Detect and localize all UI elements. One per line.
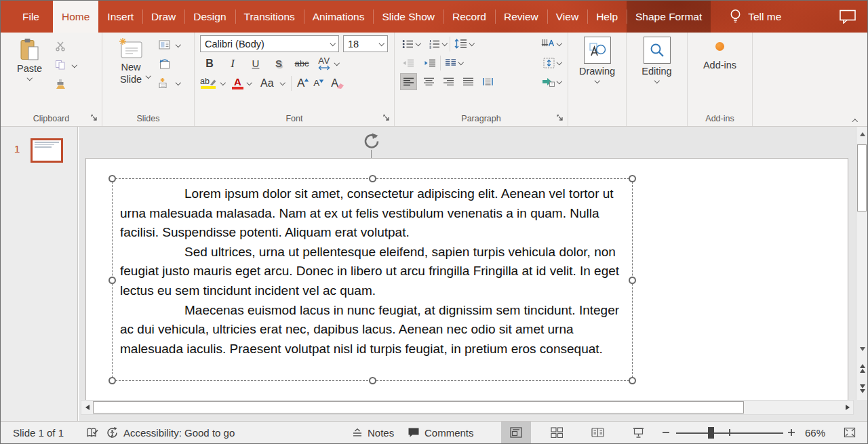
copy-dropdown-chevron[interactable] [72, 63, 77, 68]
scroll-right-button[interactable] [842, 401, 853, 414]
reset-slide-button[interactable] [155, 56, 173, 72]
paste-dropdown-chevron[interactable] [27, 76, 33, 81]
editing-button[interactable] [644, 37, 671, 64]
zoom-out-button[interactable] [662, 422, 670, 443]
tab-file[interactable]: File [9, 1, 53, 33]
line-spacing-button[interactable] [452, 35, 469, 52]
bold-button[interactable]: B [200, 55, 219, 72]
horizontal-scroll-thumb[interactable] [93, 401, 744, 413]
columns-chevron[interactable] [458, 60, 464, 65]
tell-me-button[interactable]: Tell me [730, 1, 781, 33]
zoom-slider-thumb[interactable] [708, 427, 714, 439]
character-spacing-chevron[interactable] [334, 61, 340, 66]
tab-record[interactable]: Record [443, 1, 495, 33]
font-size-chevron[interactable] [379, 41, 384, 46]
font-name-chevron[interactable] [330, 41, 336, 46]
copy-button[interactable] [52, 57, 69, 73]
vertical-scrollbar[interactable] [856, 127, 867, 400]
layout-dropdown-chevron[interactable] [176, 43, 181, 47]
font-name-input[interactable] [205, 39, 330, 49]
align-text-button[interactable] [541, 54, 557, 71]
slide-thumbnail[interactable] [31, 138, 63, 163]
font-color-chevron[interactable] [247, 81, 252, 85]
italic-button[interactable]: I [223, 55, 242, 72]
new-slide-dropdown-chevron[interactable] [146, 74, 151, 79]
scroll-down-button[interactable] [856, 342, 868, 357]
slide-show-button[interactable] [623, 422, 653, 443]
distribute-text-button[interactable] [480, 73, 496, 90]
rotate-handle-icon[interactable] [363, 132, 380, 150]
clear-formatting-button[interactable]: A [331, 78, 338, 89]
scroll-left-button[interactable] [81, 401, 93, 414]
scroll-up-button[interactable] [856, 127, 868, 142]
highlight-chevron[interactable] [220, 81, 226, 85]
character-spacing-button[interactable]: AV [318, 56, 330, 70]
font-dialog-launcher[interactable] [382, 114, 391, 122]
increase-font-size-button[interactable]: A [297, 77, 304, 89]
increase-indent-button[interactable] [422, 54, 438, 71]
next-slide-button[interactable] [856, 379, 868, 399]
line-spacing-chevron[interactable] [469, 41, 475, 46]
tab-animations[interactable]: Animations [304, 1, 374, 33]
spell-check-button[interactable] [86, 422, 98, 443]
resize-handle-top-left[interactable] [108, 175, 116, 182]
decrease-font-size-button[interactable]: A [313, 79, 319, 88]
accessibility-checker-button[interactable]: Accessibility: Good to go [106, 422, 235, 443]
notes-button[interactable]: Notes [352, 422, 394, 443]
change-case-chevron[interactable] [280, 81, 285, 85]
text-direction-chevron[interactable] [557, 41, 562, 46]
vertical-scroll-thumb[interactable] [857, 144, 867, 211]
smartart-chevron[interactable] [557, 79, 562, 84]
resize-handle-middle-right[interactable] [629, 277, 636, 284]
text-shadow-button[interactable]: S [269, 55, 288, 72]
align-center-button[interactable] [421, 73, 437, 90]
zoom-level[interactable]: 66% [805, 422, 825, 443]
tab-insert[interactable]: Insert [98, 1, 142, 33]
comments-button[interactable]: Comments [408, 422, 474, 443]
change-case-button[interactable]: Aa [258, 75, 277, 92]
fit-slide-to-window-button[interactable] [844, 422, 856, 443]
resize-handle-bottom-center[interactable] [369, 377, 376, 384]
collapse-ribbon-chevron[interactable] [852, 118, 858, 123]
resize-handle-bottom-right[interactable] [629, 377, 636, 384]
section-button[interactable] [155, 75, 173, 91]
font-size-combobox[interactable] [343, 35, 388, 52]
tab-draw[interactable]: Draw [142, 1, 184, 33]
reading-view-button[interactable] [583, 422, 612, 443]
tab-design[interactable]: Design [184, 1, 235, 33]
numbering-chevron[interactable] [442, 41, 448, 46]
tab-help[interactable]: Help [587, 1, 627, 33]
drawing-chevron[interactable] [595, 79, 600, 83]
comments-pane-button[interactable] [840, 1, 856, 33]
tab-review[interactable]: Review [495, 1, 547, 33]
align-right-button[interactable] [441, 73, 456, 90]
previous-slide-button[interactable] [856, 359, 868, 378]
tab-view[interactable]: View [547, 1, 587, 33]
columns-button[interactable] [443, 54, 458, 71]
convert-smartart-button[interactable] [540, 73, 557, 90]
align-text-chevron[interactable] [557, 60, 562, 65]
resize-handle-middle-left[interactable] [108, 277, 116, 284]
text-direction-button[interactable] [539, 35, 557, 52]
bullets-chevron[interactable] [416, 41, 421, 46]
align-left-button[interactable] [400, 73, 417, 90]
drawing-button[interactable] [584, 37, 611, 64]
underline-button[interactable]: U [246, 55, 265, 72]
text-box-content[interactable]: Lorem ipsum dolor sit amet, consectetur … [113, 179, 632, 359]
resize-handle-top-center[interactable] [369, 175, 376, 182]
horizontal-scrollbar[interactable] [81, 400, 854, 415]
slide-canvas[interactable]: Lorem ipsum dolor sit amet, consectetur … [85, 158, 848, 401]
paragraph-dialog-launcher[interactable] [556, 114, 564, 122]
paste-button[interactable]: Paste [12, 35, 47, 111]
decrease-indent-button[interactable] [400, 54, 416, 71]
selected-text-box[interactable]: Lorem ipsum dolor sit amet, consectetur … [112, 178, 633, 381]
resize-handle-bottom-left[interactable] [108, 377, 116, 384]
font-size-input[interactable] [348, 39, 379, 49]
cut-button[interactable] [52, 38, 69, 54]
font-name-combobox[interactable] [200, 35, 339, 52]
resize-handle-top-right[interactable] [629, 175, 636, 182]
font-color-button[interactable]: A [232, 77, 243, 90]
addins-button[interactable]: Add-ins [703, 60, 736, 70]
new-slide-button[interactable]: New Slide [109, 35, 153, 111]
numbering-button[interactable] [427, 35, 442, 52]
